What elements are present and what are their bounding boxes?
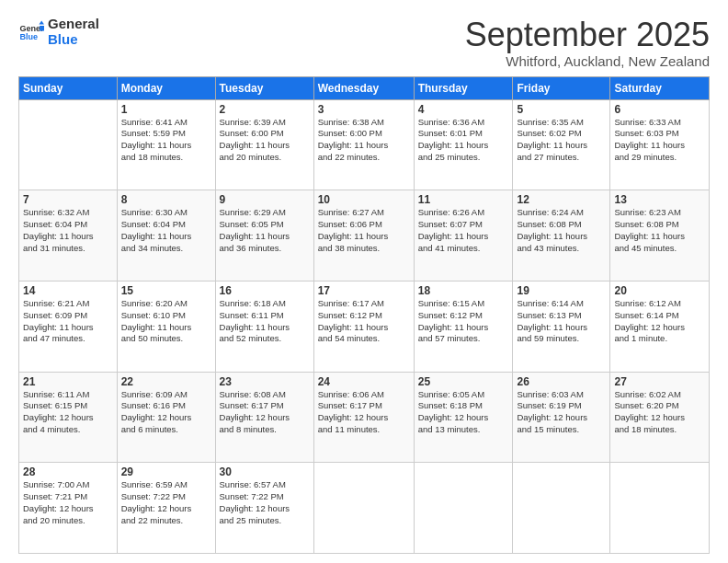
header: General Blue General Blue September 2025… xyxy=(18,17,710,69)
day-info: Sunrise: 6:59 AM Sunset: 7:22 PM Dayligh… xyxy=(121,479,211,526)
day-cell: 25Sunrise: 6:05 AM Sunset: 6:18 PM Dayli… xyxy=(414,372,513,463)
location-title: Whitford, Auckland, New Zealand xyxy=(465,53,710,69)
day-number: 27 xyxy=(614,375,705,388)
day-number: 12 xyxy=(517,193,606,206)
week-row-5: 28Sunrise: 7:00 AM Sunset: 7:21 PM Dayli… xyxy=(19,463,710,554)
day-cell: 19Sunrise: 6:14 AM Sunset: 6:13 PM Dayli… xyxy=(513,281,610,372)
day-info: Sunrise: 6:36 AM Sunset: 6:01 PM Dayligh… xyxy=(418,117,509,164)
day-cell xyxy=(313,463,414,554)
day-number: 23 xyxy=(220,375,310,388)
day-info: Sunrise: 6:09 AM Sunset: 6:16 PM Dayligh… xyxy=(121,389,211,436)
day-cell: 14Sunrise: 6:21 AM Sunset: 6:09 PM Dayli… xyxy=(19,281,118,372)
day-info: Sunrise: 7:00 AM Sunset: 7:21 PM Dayligh… xyxy=(23,479,113,526)
day-info: Sunrise: 6:08 AM Sunset: 6:17 PM Dayligh… xyxy=(220,389,310,436)
day-cell: 9Sunrise: 6:29 AM Sunset: 6:05 PM Daylig… xyxy=(215,190,313,282)
logo-line2: Blue xyxy=(48,32,99,48)
logo-icon: General Blue xyxy=(18,19,44,45)
header-row: SundayMondayTuesdayWednesdayThursdayFrid… xyxy=(19,76,710,99)
svg-text:Blue: Blue xyxy=(19,32,38,41)
day-info: Sunrise: 6:02 AM Sunset: 6:20 PM Dayligh… xyxy=(614,389,705,436)
day-info: Sunrise: 6:32 AM Sunset: 6:04 PM Dayligh… xyxy=(23,207,113,254)
day-info: Sunrise: 6:11 AM Sunset: 6:15 PM Dayligh… xyxy=(23,389,113,436)
day-info: Sunrise: 6:30 AM Sunset: 6:04 PM Dayligh… xyxy=(121,207,211,254)
day-info: Sunrise: 6:14 AM Sunset: 6:13 PM Dayligh… xyxy=(517,298,606,345)
title-block: September 2025 Whitford, Auckland, New Z… xyxy=(465,17,710,69)
week-row-3: 14Sunrise: 6:21 AM Sunset: 6:09 PM Dayli… xyxy=(19,281,710,372)
day-number: 24 xyxy=(318,375,410,388)
day-number: 11 xyxy=(418,193,509,206)
day-number: 15 xyxy=(121,284,211,297)
day-cell: 26Sunrise: 6:03 AM Sunset: 6:19 PM Dayli… xyxy=(513,372,610,463)
logo: General Blue General Blue xyxy=(18,17,99,47)
day-cell: 16Sunrise: 6:18 AM Sunset: 6:11 PM Dayli… xyxy=(215,281,313,372)
svg-marker-3 xyxy=(40,26,44,31)
day-cell: 29Sunrise: 6:59 AM Sunset: 7:22 PM Dayli… xyxy=(117,463,215,554)
day-cell: 18Sunrise: 6:15 AM Sunset: 6:12 PM Dayli… xyxy=(414,281,513,372)
day-cell: 8Sunrise: 6:30 AM Sunset: 6:04 PM Daylig… xyxy=(117,190,215,282)
day-info: Sunrise: 6:06 AM Sunset: 6:17 PM Dayligh… xyxy=(318,389,410,436)
day-number: 25 xyxy=(418,375,509,388)
col-header-sunday: Sunday xyxy=(19,76,118,99)
day-number: 4 xyxy=(418,103,509,116)
day-cell: 13Sunrise: 6:23 AM Sunset: 6:08 PM Dayli… xyxy=(610,190,710,282)
day-info: Sunrise: 6:26 AM Sunset: 6:07 PM Dayligh… xyxy=(418,207,509,254)
day-cell xyxy=(610,463,710,554)
day-cell: 1Sunrise: 6:41 AM Sunset: 5:59 PM Daylig… xyxy=(117,99,215,190)
day-number: 22 xyxy=(121,375,211,388)
day-cell: 4Sunrise: 6:36 AM Sunset: 6:01 PM Daylig… xyxy=(414,99,513,190)
day-info: Sunrise: 6:41 AM Sunset: 5:59 PM Dayligh… xyxy=(121,117,211,164)
day-number: 18 xyxy=(418,284,509,297)
day-number: 21 xyxy=(23,375,113,388)
day-info: Sunrise: 6:27 AM Sunset: 6:06 PM Dayligh… xyxy=(318,207,410,254)
day-info: Sunrise: 6:23 AM Sunset: 6:08 PM Dayligh… xyxy=(614,207,705,254)
day-number: 2 xyxy=(220,103,310,116)
day-cell: 6Sunrise: 6:33 AM Sunset: 6:03 PM Daylig… xyxy=(610,99,710,190)
day-number: 26 xyxy=(517,375,606,388)
day-info: Sunrise: 6:17 AM Sunset: 6:12 PM Dayligh… xyxy=(318,298,410,345)
day-cell: 17Sunrise: 6:17 AM Sunset: 6:12 PM Dayli… xyxy=(313,281,414,372)
day-info: Sunrise: 6:18 AM Sunset: 6:11 PM Dayligh… xyxy=(220,298,310,345)
month-title: September 2025 xyxy=(465,17,710,53)
day-number: 28 xyxy=(23,465,113,478)
day-number: 9 xyxy=(220,193,310,206)
day-number: 13 xyxy=(614,193,705,206)
week-row-4: 21Sunrise: 6:11 AM Sunset: 6:15 PM Dayli… xyxy=(19,372,710,463)
day-cell: 23Sunrise: 6:08 AM Sunset: 6:17 PM Dayli… xyxy=(215,372,313,463)
day-info: Sunrise: 6:24 AM Sunset: 6:08 PM Dayligh… xyxy=(517,207,606,254)
col-header-friday: Friday xyxy=(513,76,610,99)
day-cell: 2Sunrise: 6:39 AM Sunset: 6:00 PM Daylig… xyxy=(215,99,313,190)
day-cell xyxy=(513,463,610,554)
col-header-thursday: Thursday xyxy=(414,76,513,99)
day-cell: 20Sunrise: 6:12 AM Sunset: 6:14 PM Dayli… xyxy=(610,281,710,372)
day-number: 1 xyxy=(121,103,211,116)
page: General Blue General Blue September 2025… xyxy=(0,0,728,563)
day-cell: 11Sunrise: 6:26 AM Sunset: 6:07 PM Dayli… xyxy=(414,190,513,282)
day-number: 3 xyxy=(318,103,410,116)
day-number: 14 xyxy=(23,284,113,297)
day-cell: 27Sunrise: 6:02 AM Sunset: 6:20 PM Dayli… xyxy=(610,372,710,463)
day-info: Sunrise: 6:39 AM Sunset: 6:00 PM Dayligh… xyxy=(220,117,310,164)
calendar-table: SundayMondayTuesdayWednesdayThursdayFrid… xyxy=(18,76,710,554)
day-number: 29 xyxy=(121,465,211,478)
day-number: 8 xyxy=(121,193,211,206)
day-cell xyxy=(414,463,513,554)
day-info: Sunrise: 6:35 AM Sunset: 6:02 PM Dayligh… xyxy=(517,117,606,164)
day-cell: 28Sunrise: 7:00 AM Sunset: 7:21 PM Dayli… xyxy=(19,463,118,554)
day-cell: 30Sunrise: 6:57 AM Sunset: 7:22 PM Dayli… xyxy=(215,463,313,554)
day-info: Sunrise: 6:33 AM Sunset: 6:03 PM Dayligh… xyxy=(614,117,705,164)
svg-marker-2 xyxy=(39,20,44,24)
col-header-tuesday: Tuesday xyxy=(215,76,313,99)
day-cell: 5Sunrise: 6:35 AM Sunset: 6:02 PM Daylig… xyxy=(513,99,610,190)
day-info: Sunrise: 6:38 AM Sunset: 6:00 PM Dayligh… xyxy=(318,117,410,164)
col-header-monday: Monday xyxy=(117,76,215,99)
day-info: Sunrise: 6:29 AM Sunset: 6:05 PM Dayligh… xyxy=(220,207,310,254)
week-row-1: 1Sunrise: 6:41 AM Sunset: 5:59 PM Daylig… xyxy=(19,99,710,190)
day-info: Sunrise: 6:12 AM Sunset: 6:14 PM Dayligh… xyxy=(614,298,705,345)
day-cell: 7Sunrise: 6:32 AM Sunset: 6:04 PM Daylig… xyxy=(19,190,118,282)
day-number: 20 xyxy=(614,284,705,297)
day-number: 10 xyxy=(318,193,410,206)
day-cell xyxy=(19,99,118,190)
day-cell: 10Sunrise: 6:27 AM Sunset: 6:06 PM Dayli… xyxy=(313,190,414,282)
day-number: 5 xyxy=(517,103,606,116)
day-number: 7 xyxy=(23,193,113,206)
